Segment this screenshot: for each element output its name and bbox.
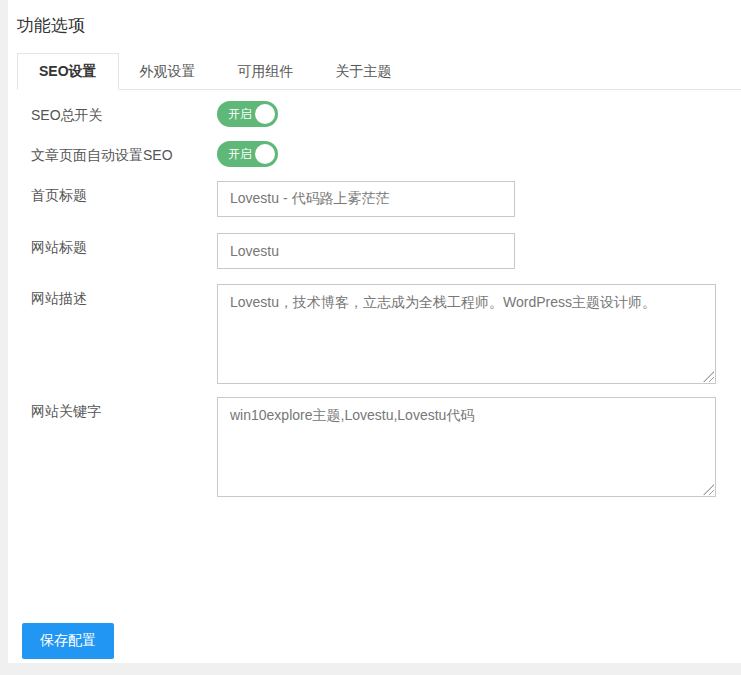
site-description-wrap: Lovestu，技术博客，立志成为全栈工程师。WordPress主题设计师。: [217, 284, 716, 384]
tab-appearance-settings[interactable]: 外观设置: [119, 53, 217, 89]
site-title-row: 网站标题: [17, 233, 741, 269]
seo-master-switch-toggle[interactable]: 开启: [217, 101, 278, 127]
toggle-knob: [255, 144, 275, 164]
tab-available-widgets[interactable]: 可用组件: [217, 53, 315, 89]
site-keywords-wrap: win10explore主题,Lovestu,Lovestu代码: [217, 397, 716, 497]
site-title-input[interactable]: [217, 233, 515, 269]
site-keywords-label: 网站关键字: [17, 397, 217, 420]
page-title: 功能选项: [17, 0, 741, 39]
home-title-input[interactable]: [217, 181, 515, 217]
site-title-label: 网站标题: [17, 233, 217, 256]
home-title-label: 首页标题: [17, 181, 217, 204]
toggle-knob: [255, 104, 275, 124]
tab-seo-settings[interactable]: SEO设置: [17, 53, 119, 90]
save-config-button[interactable]: 保存配置: [22, 623, 114, 659]
toggle-on-label: 开启: [228, 101, 252, 127]
home-title-row: 首页标题: [17, 181, 741, 217]
site-description-textarea[interactable]: Lovestu，技术博客，立志成为全栈工程师。WordPress主题设计师。: [217, 284, 716, 384]
screen: 功能选项 SEO设置 外观设置 可用组件 关于主题 SEO总开关 开启 文章页面…: [0, 0, 741, 675]
site-keywords-textarea[interactable]: win10explore主题,Lovestu,Lovestu代码: [217, 397, 716, 497]
seo-master-switch-label: SEO总开关: [17, 101, 217, 124]
site-description-label: 网站描述: [17, 284, 217, 307]
auto-seo-switch-row: 文章页面自动设置SEO 开启: [17, 141, 741, 167]
auto-seo-switch-label: 文章页面自动设置SEO: [17, 141, 217, 164]
toggle-on-label: 开启: [228, 141, 252, 167]
tab-bar: SEO设置 外观设置 可用组件 关于主题: [17, 53, 741, 90]
auto-seo-switch-toggle[interactable]: 开启: [217, 141, 278, 167]
options-panel: 功能选项 SEO设置 外观设置 可用组件 关于主题 SEO总开关 开启 文章页面…: [8, 0, 741, 663]
site-description-row: 网站描述 Lovestu，技术博客，立志成为全栈工程师。WordPress主题设…: [17, 284, 741, 384]
seo-master-switch-row: SEO总开关 开启: [17, 101, 741, 127]
site-keywords-row: 网站关键字 win10explore主题,Lovestu,Lovestu代码: [17, 397, 741, 497]
tab-about-theme[interactable]: 关于主题: [315, 53, 413, 89]
